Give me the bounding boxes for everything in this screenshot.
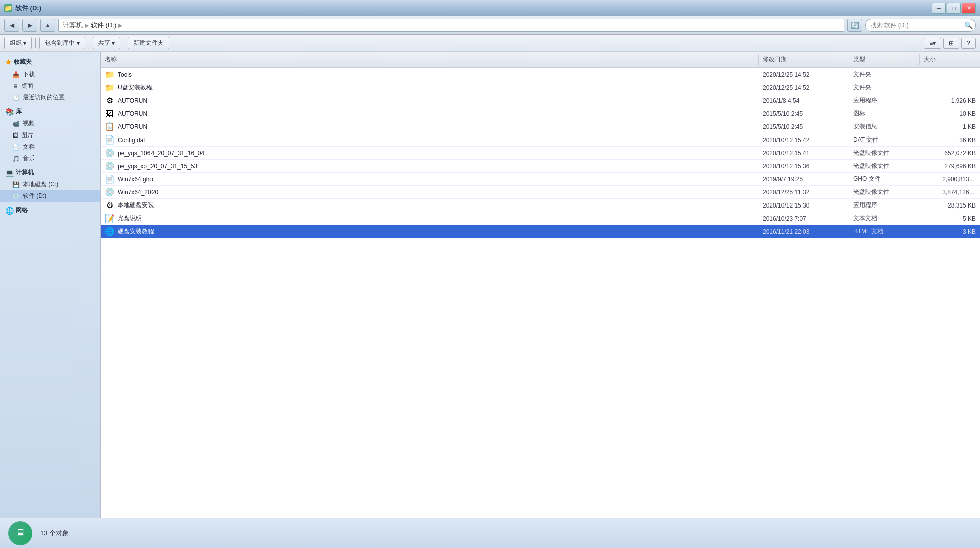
new-folder-button[interactable]: 新建文件夹 [128, 37, 169, 49]
include-library-button[interactable]: 包含到库中 ▾ [39, 37, 85, 49]
video-icon: 📹 [12, 120, 20, 127]
file-name: Win7x64.gho [118, 176, 153, 183]
file-name-cell: 📋 AUTORUN [101, 122, 759, 132]
status-bar: 🖥 13 个对象 [0, 518, 980, 548]
file-size: 1 KB [920, 123, 980, 130]
sidebar-header-library[interactable]: 📚 库 [0, 105, 100, 118]
docs-label: 文档 [23, 143, 35, 151]
table-row[interactable]: 📁 U盘安装教程 2020/12/25 14:52 文件夹 [101, 81, 980, 94]
toolbar: 组织 ▾ 包含到库中 ▾ 共享 ▾ 新建文件夹 ≡▾ ⊞ ? [0, 35, 980, 52]
file-icon: ⚙ [105, 96, 115, 106]
file-area: 名称 修改日期 类型 大小 📁 Tools 2020/12/25 14:52 文… [101, 52, 980, 518]
file-name-cell: 💿 pe_yqs_1064_20_07_31_16_04 [101, 148, 759, 158]
window-title: 软件 (D:) [15, 4, 41, 13]
table-row[interactable]: 💿 pe_yqs_xp_20_07_31_15_53 2020/10/12 15… [101, 160, 980, 173]
breadcrumb-sep-2: ▶ [118, 22, 122, 29]
file-name-cell: 🌐 硬盘安装教程 [101, 227, 759, 237]
table-row[interactable]: 📄 Win7x64.gho 2019/9/7 19:25 GHO 文件 2,90… [101, 173, 980, 186]
breadcrumb-computer[interactable]: 计算机 [63, 21, 83, 30]
table-row[interactable]: 🖼 AUTORUN 2015/5/10 2:45 图标 10 KB [101, 107, 980, 120]
sidebar-item-desktop[interactable]: 🖥 桌面 [0, 80, 100, 92]
file-icon: 📄 [105, 174, 115, 184]
organize-dropdown-icon: ▾ [23, 40, 26, 47]
file-date: 2020/10/12 15:42 [759, 136, 849, 144]
file-type: DAT 文件 [849, 135, 920, 144]
organize-button[interactable]: 组织 ▾ [4, 37, 32, 49]
search-button[interactable]: 🔍 [964, 21, 973, 29]
file-date: 2020/10/12 15:36 [759, 163, 849, 170]
table-row[interactable]: 📄 Config.dat 2020/10/12 15:42 DAT 文件 36 … [101, 133, 980, 147]
sidebar-header-favorites[interactable]: ★ 收藏夹 [0, 56, 100, 68]
file-date: 2016/10/23 7:07 [759, 215, 849, 222]
close-button[interactable]: ✕ [962, 3, 976, 14]
preview-pane-button[interactable]: ⊞ [943, 38, 959, 49]
file-icon: 🌐 [105, 227, 115, 237]
file-date: 2019/9/7 19:25 [759, 176, 849, 183]
col-header-modified[interactable]: 修改日期 [759, 54, 849, 65]
table-row[interactable]: ⚙ AUTORUN 2016/1/8 4:54 应用程序 1,926 KB [101, 94, 980, 107]
sidebar-item-recent[interactable]: 🕐 最近访问的位置 [0, 92, 100, 103]
maximize-button[interactable]: □ [947, 3, 961, 14]
file-type: 光盘映像文件 [849, 162, 920, 170]
desktop-icon: 🖥 [12, 83, 18, 90]
file-icon: 💿 [105, 148, 115, 158]
table-row[interactable]: 📋 AUTORUN 2015/5/10 2:45 安装信息 1 KB [101, 120, 980, 133]
sidebar-header-network[interactable]: 🌐 网络 [0, 204, 100, 217]
status-logo: 🖥 [8, 521, 32, 545]
file-date: 2020/12/25 11:32 [759, 189, 849, 196]
help-button[interactable]: ? [961, 38, 976, 49]
view-options-button[interactable]: ≡▾ [924, 38, 941, 49]
table-row[interactable]: 📝 光盘说明 2016/10/23 7:07 文本文档 5 KB [101, 212, 980, 225]
sidebar-network-label: 网络 [16, 206, 28, 215]
table-row[interactable]: 📁 Tools 2020/12/25 14:52 文件夹 [101, 68, 980, 81]
pictures-label: 图片 [21, 131, 33, 140]
file-name: 硬盘安装教程 [118, 227, 154, 236]
sidebar-header-computer[interactable]: 💻 计算机 [0, 166, 100, 179]
col-header-size[interactable]: 大小 [920, 54, 980, 65]
table-row[interactable]: ⚙ 本地硬盘安装 2020/10/12 15:30 应用程序 28,315 KB [101, 199, 980, 212]
column-headers: 名称 修改日期 类型 大小 [101, 52, 980, 68]
sidebar-computer-label: 计算机 [16, 168, 34, 177]
table-row[interactable]: 💿 Win7x64_2020 2020/12/25 11:32 光盘映像文件 3… [101, 186, 980, 199]
table-row[interactable]: 🌐 硬盘安装教程 2016/11/21 22:03 HTML 文档 3 KB [101, 225, 980, 238]
col-header-type[interactable]: 类型 [849, 54, 920, 65]
forward-button[interactable]: ▶ [22, 19, 37, 32]
breadcrumb-drive[interactable]: 软件 (D:) [91, 21, 116, 30]
file-name-cell: 💿 pe_yqs_xp_20_07_31_15_53 [101, 161, 759, 171]
file-size: 3,874,126 ... [920, 189, 980, 196]
file-name: Config.dat [118, 136, 145, 144]
file-name-cell: 📝 光盘说明 [101, 214, 759, 224]
file-name-cell: 📁 Tools [101, 70, 759, 80]
minimize-button[interactable]: ─ [932, 3, 946, 14]
file-name-cell: 📄 Config.dat [101, 135, 759, 145]
file-date: 2016/1/8 4:54 [759, 97, 849, 104]
file-name: 光盘说明 [118, 214, 142, 223]
sidebar-item-downloads[interactable]: 📥 下载 [0, 68, 100, 80]
refresh-button[interactable]: 🔄 [847, 19, 862, 32]
address-path[interactable]: 计算机 ▶ 软件 (D:) ▶ [58, 19, 844, 32]
title-bar-left: 📁 软件 (D:) [4, 4, 41, 13]
drive-c-label: 本地磁盘 (C:) [23, 180, 58, 189]
file-type: 安装信息 [849, 122, 920, 131]
sidebar-item-pictures[interactable]: 🖼 图片 [0, 129, 100, 141]
share-button[interactable]: 共享 ▾ [93, 37, 120, 49]
back-button[interactable]: ◀ [4, 19, 19, 32]
sidebar-item-drive-c[interactable]: 💾 本地磁盘 (C:) [0, 179, 100, 190]
file-type: 光盘映像文件 [849, 188, 920, 196]
col-header-name[interactable]: 名称 [101, 54, 759, 65]
file-icon: 📁 [105, 83, 115, 93]
sidebar-item-video[interactable]: 📹 视频 [0, 118, 100, 129]
sidebar-item-docs[interactable]: 📄 文档 [0, 141, 100, 153]
table-row[interactable]: 💿 pe_yqs_1064_20_07_31_16_04 2020/10/12 … [101, 147, 980, 160]
drive-c-icon: 💾 [12, 181, 20, 188]
breadcrumb-sep-1: ▶ [85, 22, 89, 29]
file-icon: 📁 [105, 70, 115, 80]
sidebar-item-drive-d[interactable]: 💿 软件 (D:) [0, 190, 100, 202]
include-label: 包含到库中 [45, 39, 75, 47]
file-size: 279,696 KB [920, 163, 980, 170]
file-name-cell: ⚙ 本地硬盘安装 [101, 200, 759, 211]
share-dropdown-icon: ▾ [112, 40, 115, 47]
sidebar-item-music[interactable]: 🎵 音乐 [0, 153, 100, 164]
search-input[interactable] [865, 19, 976, 32]
up-button[interactable]: ▲ [40, 19, 55, 32]
